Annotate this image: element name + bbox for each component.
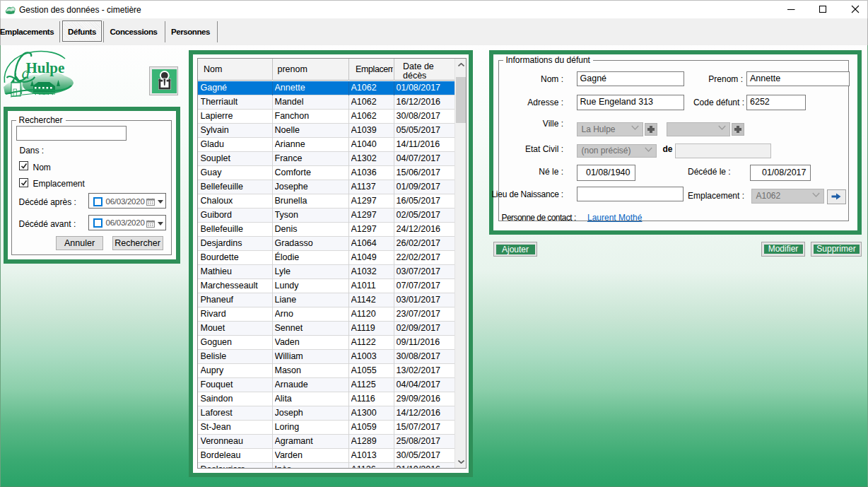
svg-text:Hulpe: Hulpe <box>26 59 65 76</box>
